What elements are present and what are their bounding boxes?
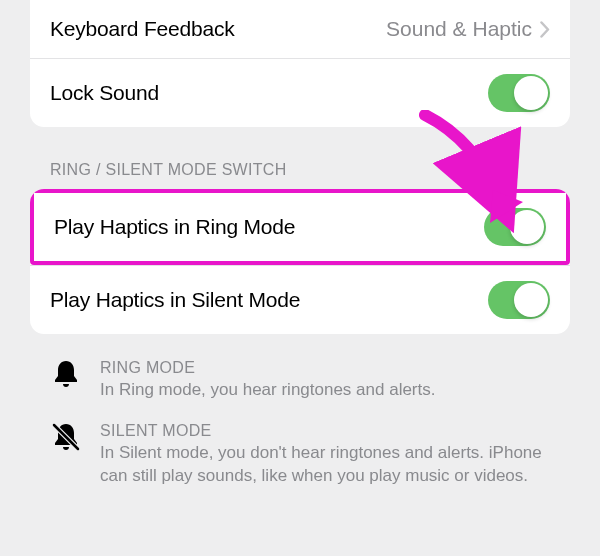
toggle-knob bbox=[514, 283, 548, 317]
settings-group-haptics: Play Haptics in Ring Mode Play Haptics i… bbox=[30, 189, 570, 334]
toggle-knob bbox=[510, 210, 544, 244]
row-value: Sound & Haptic bbox=[386, 17, 532, 41]
section-header-ring-silent: RING / SILENT MODE SWITCH bbox=[50, 161, 550, 179]
row-label: Keyboard Feedback bbox=[50, 17, 235, 41]
toggle-silent-haptics[interactable] bbox=[488, 281, 550, 319]
bell-icon bbox=[50, 359, 82, 402]
row-play-haptics-ring: Play Haptics in Ring Mode bbox=[30, 189, 570, 265]
row-label: Play Haptics in Silent Mode bbox=[50, 288, 300, 312]
info-section: RING MODE In Ring mode, you hear rington… bbox=[50, 359, 550, 488]
chevron-right-icon bbox=[540, 21, 550, 38]
bell-slash-icon bbox=[50, 422, 82, 488]
info-title: SILENT MODE bbox=[100, 422, 550, 440]
toggle-lock-sound[interactable] bbox=[488, 74, 550, 112]
info-text: SILENT MODE In Silent mode, you don't he… bbox=[100, 422, 550, 488]
info-ring-mode: RING MODE In Ring mode, you hear rington… bbox=[50, 359, 550, 402]
toggle-knob bbox=[514, 76, 548, 110]
row-keyboard-feedback[interactable]: Keyboard Feedback Sound & Haptic bbox=[30, 0, 570, 58]
row-lock-sound: Lock Sound bbox=[30, 58, 570, 127]
settings-group-sounds: Keyboard Feedback Sound & Haptic Lock So… bbox=[30, 0, 570, 127]
row-value-wrap: Sound & Haptic bbox=[386, 17, 550, 41]
row-label: Play Haptics in Ring Mode bbox=[54, 215, 295, 239]
row-play-haptics-silent: Play Haptics in Silent Mode bbox=[30, 265, 570, 334]
info-title: RING MODE bbox=[100, 359, 550, 377]
info-desc: In Silent mode, you don't hear ringtones… bbox=[100, 442, 550, 488]
info-desc: In Ring mode, you hear ringtones and ale… bbox=[100, 379, 550, 402]
toggle-ring-haptics[interactable] bbox=[484, 208, 546, 246]
row-label: Lock Sound bbox=[50, 81, 159, 105]
info-silent-mode: SILENT MODE In Silent mode, you don't he… bbox=[50, 422, 550, 488]
info-text: RING MODE In Ring mode, you hear rington… bbox=[100, 359, 550, 402]
